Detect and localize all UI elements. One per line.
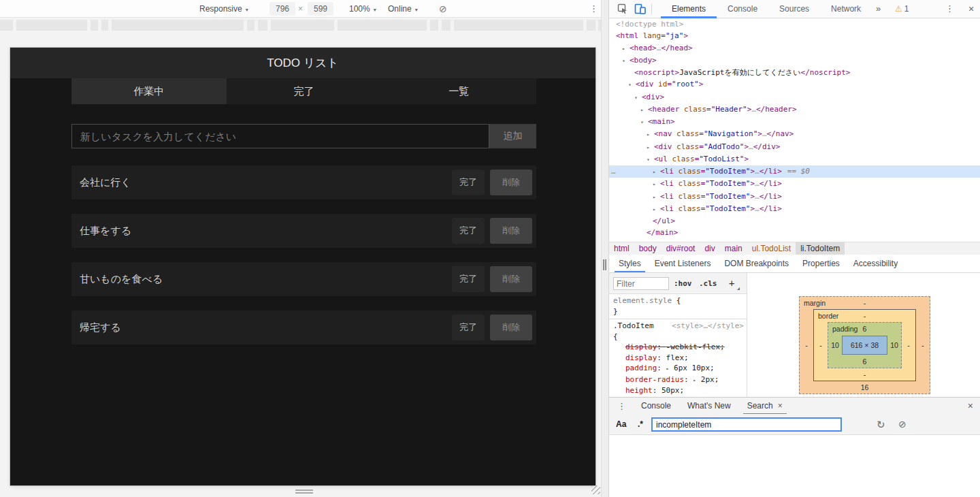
tree-node[interactable]: <html lang="ja">	[609, 30, 980, 42]
breadcrumb-ul-todolist[interactable]: ul.TodoList	[747, 242, 796, 255]
css-property[interactable]: padding: ▸ 6px 10px;	[609, 363, 747, 374]
collapse-arrow-icon[interactable]: ▾	[647, 154, 654, 165]
tree-node[interactable]: ▸<li class="TodoItem">…</li>	[609, 178, 980, 190]
warning-badge[interactable]: ⚠1	[895, 0, 909, 18]
new-style-rule-button[interactable]: +	[729, 273, 734, 294]
expand-arrow-icon[interactable]: ▸	[640, 104, 648, 116]
zoom-select[interactable]: 100%▾	[349, 0, 376, 18]
app-tab-0[interactable]: 作業中	[71, 78, 227, 104]
drawer-tab-search[interactable]: Search×	[739, 398, 791, 415]
tree-node[interactable]: </main>	[609, 227, 980, 238]
regex-button[interactable]: .*	[638, 414, 643, 435]
css-property[interactable]: display: flex;	[609, 353, 747, 364]
tree-node[interactable]: ▾<div id="root">	[609, 78, 980, 91]
add-task-button[interactable]: 追加	[489, 124, 536, 148]
expand-arrow-icon[interactable]: ▸	[622, 43, 630, 54]
app-tab-2[interactable]: 一覧	[381, 78, 536, 104]
breadcrumb-div-root[interactable]: div#root	[662, 242, 700, 255]
clear-icon[interactable]: ⊘	[898, 414, 906, 435]
toggle-device-toolbar-icon[interactable]	[634, 3, 646, 16]
search-input[interactable]	[651, 417, 842, 432]
devtools-tab-elements[interactable]: Elements	[661, 0, 717, 18]
viewport-resize-handle-corner[interactable]	[591, 485, 600, 494]
collapse-arrow-icon[interactable]: ▾	[622, 55, 630, 67]
style-rule-todoitem[interactable]: <style>…</style>.TodoItem { display: -we…	[609, 319, 747, 397]
expand-arrow-icon[interactable]: ▸	[653, 178, 660, 190]
expand-arrow-icon[interactable]: ▸	[653, 204, 660, 215]
devtools-tab-console[interactable]: Console	[717, 0, 768, 18]
tree-node[interactable]: ▸<nav class="Navigation">…</nav>	[609, 128, 980, 140]
new-task-input[interactable]	[71, 124, 489, 148]
drawer-close-icon[interactable]: ×	[968, 398, 973, 415]
tree-node[interactable]: ▸<head>…</head>	[609, 42, 980, 54]
breadcrumb-body[interactable]: body	[634, 242, 662, 255]
expand-arrow-icon[interactable]: ▸	[653, 166, 660, 178]
breadcrumb-li-todoitem[interactable]: li.TodoItem	[796, 242, 845, 255]
box-model-diagram[interactable]: margin- - border- - padding6 10 616 × 38…	[799, 296, 930, 394]
device-toolbar-menu-icon[interactable]: ⋮	[589, 0, 598, 18]
expand-arrow-icon[interactable]: ▸	[647, 129, 654, 140]
toggle-hover-state-button[interactable]: :hov	[674, 273, 692, 294]
styles-filter-input[interactable]	[613, 277, 669, 290]
css-property[interactable]: border-radius: ▸ 2px;	[609, 374, 747, 386]
viewport-height-input[interactable]: 599	[308, 2, 333, 16]
delete-button[interactable]: 削除	[490, 315, 532, 340]
delete-button[interactable]: 削除	[490, 170, 532, 195]
sidebar-tab-event-listeners[interactable]: Event Listeners	[648, 255, 718, 272]
drawer-tab-console[interactable]: Console	[633, 398, 679, 415]
devtools-pane-divider[interactable]	[601, 0, 609, 497]
app-tab-1[interactable]: 完了	[227, 78, 382, 104]
complete-button[interactable]: 完了	[452, 315, 485, 340]
match-case-button[interactable]: Aa	[616, 414, 626, 435]
viewport-resize-handle-bottom[interactable]	[295, 490, 313, 494]
tree-node[interactable]: ▸<li class="TodoItem">…</li>	[609, 191, 980, 203]
tree-node[interactable]: ▸<header class="Header">…</header>	[609, 103, 980, 116]
tree-node[interactable]: ▾<div>	[609, 91, 980, 103]
drawer-tab-what-s-new[interactable]: What's New	[679, 398, 739, 415]
css-property[interactable]: height: 50px;	[609, 385, 747, 396]
expand-shorthand-icon[interactable]: ▸	[693, 377, 696, 383]
device-mode-select[interactable]: Responsive▾	[199, 0, 248, 18]
delete-button[interactable]: 削除	[490, 218, 532, 244]
devtools-menu-icon[interactable]: ⋮	[945, 0, 954, 18]
tree-node[interactable]: ▾<main>	[609, 116, 980, 128]
sidebar-tab-styles[interactable]: Styles	[612, 255, 648, 272]
tree-node[interactable]: ▾<body>	[609, 54, 980, 67]
more-tabs-icon[interactable]: »	[876, 0, 881, 18]
collapse-arrow-icon[interactable]: ▾	[640, 116, 648, 128]
tree-node[interactable]: ▸<div class="AddTodo">…</div>	[609, 141, 980, 153]
complete-button[interactable]: 完了	[452, 170, 485, 195]
devtools-tab-sources[interactable]: Sources	[768, 0, 820, 18]
tab-close-icon[interactable]: ×	[778, 401, 783, 411]
style-rule-origin[interactable]: <style>…</style>	[672, 321, 747, 332]
complete-button[interactable]: 完了	[452, 266, 485, 292]
expand-arrow-icon[interactable]: ▸	[647, 142, 654, 153]
tree-node[interactable]: ▾<ul class="TodoList">	[609, 153, 980, 165]
throttle-off-icon[interactable]: ⊘	[439, 0, 447, 18]
breadcrumb-div[interactable]: div	[700, 242, 719, 255]
css-property[interactable]: display: -webkit-flex;	[609, 342, 747, 353]
viewport-width-input[interactable]: 796	[270, 2, 295, 16]
sidebar-tab-properties[interactable]: Properties	[796, 255, 847, 272]
tree-node[interactable]: </ul>	[609, 215, 980, 227]
delete-button[interactable]: 削除	[490, 266, 532, 292]
sidebar-tab-accessibility[interactable]: Accessibility	[847, 255, 904, 272]
sidebar-tab-dom-breakpoints[interactable]: DOM Breakpoints	[717, 255, 796, 272]
style-rule-element[interactable]: element.style { }	[609, 294, 747, 319]
collapse-arrow-icon[interactable]: ▾	[628, 79, 636, 91]
breadcrumb-html[interactable]: html	[609, 242, 634, 255]
collapse-arrow-icon[interactable]: ▾	[634, 92, 642, 103]
devtools-close-icon[interactable]: ×	[968, 0, 974, 18]
expand-arrow-icon[interactable]: ▸	[653, 191, 660, 203]
toggle-class-button[interactable]: .cls	[699, 273, 717, 294]
complete-button[interactable]: 完了	[452, 218, 485, 244]
inspect-element-icon[interactable]	[617, 3, 628, 16]
network-throttle-select[interactable]: Online▾	[388, 0, 418, 18]
tree-node[interactable]: …▸<li class="TodoItem">…</li>== $0	[609, 165, 980, 178]
tree-node[interactable]: ▸<li class="TodoItem">…</li>	[609, 203, 980, 215]
drawer-menu-icon[interactable]: ⋮	[609, 401, 633, 411]
refresh-icon[interactable]: ↻	[877, 414, 885, 435]
devtools-tab-network[interactable]: Network	[820, 0, 872, 18]
tree-node[interactable]: <noscript>JavaScriptを有効にしてください</noscript…	[609, 67, 980, 78]
tree-node[interactable]: <!doctype html>	[609, 18, 980, 30]
